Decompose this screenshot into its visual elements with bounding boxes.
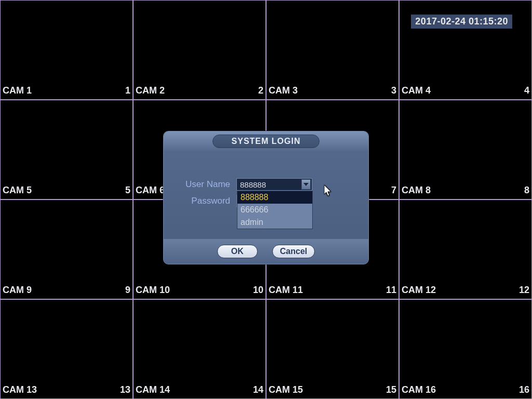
camera-cell[interactable]: CAM 1313 (0, 299, 133, 399)
username-option[interactable]: admin (237, 216, 312, 229)
camera-label: CAM 3 (269, 85, 298, 96)
camera-label: CAM 2 (136, 85, 165, 96)
camera-cell[interactable]: CAM 1414 (133, 299, 266, 399)
timestamp: 2017-02-24 01:15:20 (411, 15, 512, 29)
camera-label: CAM 5 (3, 185, 32, 196)
dialog-body: User Name 888888 888888 666666 admin Pas… (164, 151, 368, 221)
camera-number: 8 (524, 185, 529, 196)
dialog-title: SYSTEM LOGIN (212, 135, 320, 148)
camera-label: CAM 11 (269, 285, 303, 296)
svg-marker-0 (303, 183, 309, 186)
ok-button[interactable]: OK (217, 245, 258, 258)
camera-cell[interactable]: CAM 11 (0, 0, 133, 100)
cancel-button[interactable]: Cancel (272, 245, 315, 258)
camera-label: CAM 8 (402, 185, 431, 196)
username-row: User Name 888888 888888 666666 admin (179, 178, 353, 191)
camera-label: CAM 4 (402, 85, 431, 96)
camera-label: CAM 15 (269, 384, 303, 395)
camera-cell[interactable]: CAM 55 (0, 100, 133, 200)
camera-number: 5 (125, 185, 130, 196)
camera-label: CAM 13 (3, 384, 37, 395)
camera-cell[interactable]: CAM 99 (0, 200, 133, 299)
camera-number: 7 (391, 185, 396, 196)
username-label: User Name (179, 179, 236, 190)
password-label: Password (179, 196, 236, 206)
camera-number: 15 (386, 384, 396, 395)
camera-number: 1 (125, 85, 130, 96)
camera-cell[interactable]: CAM 88 (399, 100, 532, 200)
camera-number: 13 (120, 384, 130, 395)
camera-number: 11 (386, 285, 396, 296)
camera-label: CAM 6 (136, 185, 165, 196)
camera-number: 4 (524, 85, 529, 96)
dialog-footer: OK Cancel (164, 239, 368, 264)
username-select[interactable]: 888888 888888 666666 admin (236, 178, 312, 191)
camera-cell[interactable]: CAM 22 (133, 0, 266, 100)
camera-label: CAM 1 (3, 85, 32, 96)
camera-number: 16 (519, 384, 529, 395)
camera-number: 3 (391, 85, 396, 96)
camera-number: 12 (519, 285, 529, 296)
camera-label: CAM 10 (136, 285, 170, 296)
camera-cell[interactable]: CAM 1515 (266, 299, 399, 399)
username-option[interactable]: 888888 (237, 191, 312, 204)
camera-label: CAM 14 (136, 384, 170, 395)
camera-cell[interactable]: CAM 33 (266, 0, 399, 100)
camera-label: CAM 9 (3, 285, 32, 296)
username-dropdown: 888888 666666 admin (237, 191, 313, 229)
username-option[interactable]: 666666 (237, 204, 312, 216)
camera-cell[interactable]: CAM 1616 (399, 299, 532, 399)
chevron-down-icon[interactable] (301, 179, 311, 190)
camera-number: 2 (258, 85, 263, 96)
camera-label: CAM 16 (402, 384, 436, 395)
camera-number: 10 (253, 285, 263, 296)
username-value: 888888 (240, 180, 266, 189)
camera-number: 14 (253, 384, 263, 395)
camera-label: CAM 12 (402, 285, 436, 296)
camera-cell[interactable]: CAM 1212 (399, 200, 532, 299)
dialog-titlebar: SYSTEM LOGIN (164, 131, 368, 151)
camera-number: 9 (125, 285, 130, 296)
login-dialog: SYSTEM LOGIN User Name 888888 888888 666… (163, 131, 369, 264)
